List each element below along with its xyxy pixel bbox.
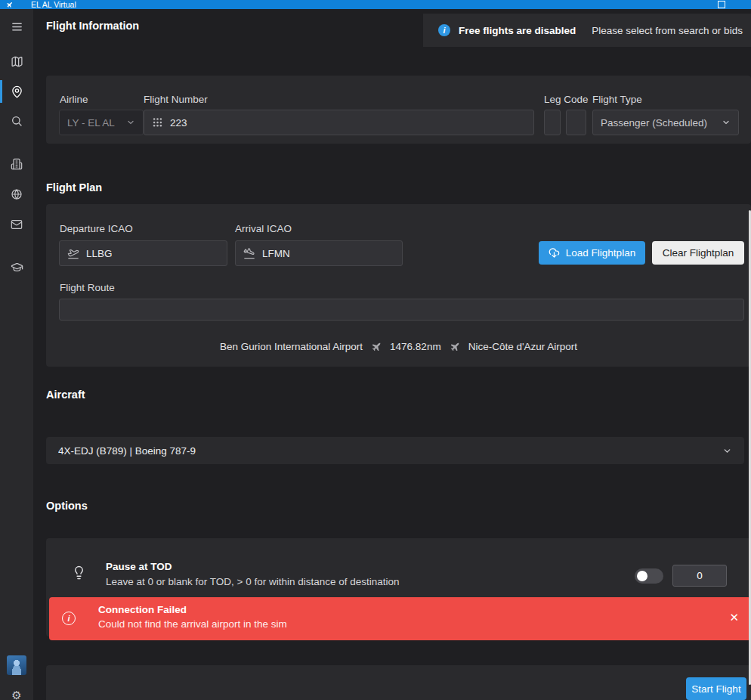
banner-title: Free flights are disabled (459, 25, 576, 36)
pause-tod-toggle[interactable] (635, 568, 663, 584)
flight-type-label: Flight Type (592, 94, 642, 105)
chevron-down-icon (126, 118, 135, 127)
menu-icon[interactable] (0, 17, 33, 36)
flight-information-heading: Flight Information (46, 20, 139, 32)
lightbulb-icon (72, 565, 86, 580)
leg-code-input-1[interactable] (544, 110, 561, 135)
departure-airport-name: Ben Gurion International Airport (220, 341, 363, 352)
clear-flightplan-label: Clear Flightplan (663, 247, 734, 259)
aircraft-value: 4X-EDJ (B789) | Boeing 787-9 (58, 445, 196, 457)
flight-information-card: Airline LY - EL AL Flight Number 223 Leg… (46, 76, 751, 144)
arrival-icao-label: Arrival ICAO (235, 223, 292, 234)
clear-flightplan-button[interactable]: Clear Flightplan (652, 241, 744, 265)
cloud-download-icon (549, 247, 560, 259)
flight-route-label: Flight Route (60, 282, 115, 293)
leg-code-input-2[interactable] (566, 110, 586, 135)
route-summary: Ben Gurion International Airport 1476.82… (46, 341, 751, 352)
flight-type-value: Passenger (Scheduled) (601, 117, 707, 129)
route-distance: 1476.82nm (390, 341, 441, 352)
airline-select[interactable]: LY - EL AL (59, 110, 144, 135)
pause-tod-description: Leave at 0 or blank for TOD, > 0 for wit… (106, 576, 400, 587)
pause-tod-value-input[interactable]: 0 (672, 565, 727, 587)
footer-card: Start Flight (46, 665, 751, 700)
location-pin-icon[interactable] (0, 82, 33, 101)
plane-landing-icon (243, 247, 255, 259)
airline-label: Airline (60, 94, 88, 105)
arrival-airport-name: Nice-Côte d'Azur Airport (468, 341, 577, 352)
error-toast: i Connection Failed Could not find the a… (49, 597, 751, 640)
graduation-cap-icon[interactable] (0, 257, 33, 277)
start-flight-label: Start Flight (691, 683, 740, 695)
chevron-down-icon (722, 118, 731, 127)
search-icon[interactable] (0, 111, 33, 131)
flight-number-value: 223 (170, 117, 187, 129)
titlebar: EL AL Virtual (0, 0, 751, 9)
toast-message: Could not find the arrival airport in th… (98, 618, 287, 630)
building-icon[interactable] (0, 154, 33, 174)
flight-number-input[interactable]: 223 (144, 110, 534, 135)
arrival-icao-input[interactable]: LFMN (235, 240, 403, 266)
alert-info-icon: i (62, 612, 76, 625)
chevron-down-icon (722, 446, 732, 456)
departure-icao-input[interactable]: LLBG (59, 240, 227, 266)
globe-icon[interactable] (0, 184, 33, 204)
toggle-knob (637, 571, 647, 581)
plane-icon (371, 342, 382, 352)
gear-glyph: ⚙ (11, 689, 21, 700)
departure-icao-value: LLBG (86, 248, 113, 259)
flight-route-input[interactable] (59, 299, 744, 321)
dialpad-icon (152, 117, 163, 129)
flight-plan-card: Departure ICAO LLBG Arrival ICAO LFMN Lo… (46, 204, 751, 367)
free-flights-banner: i Free flights are disabled Please selec… (423, 14, 751, 47)
flight-type-select[interactable]: Passenger (Scheduled) (592, 110, 739, 135)
app-icon (6, 2, 13, 8)
flight-number-label: Flight Number (144, 94, 208, 105)
departure-icao-label: Departure ICAO (60, 223, 133, 234)
leg-code-label: Leg Code (544, 94, 589, 105)
banner-subtitle: Please select from search or bids (592, 25, 743, 36)
restore-window-icon[interactable] (718, 1, 725, 8)
start-flight-button[interactable]: Start Flight (686, 677, 746, 700)
toast-title: Connection Failed (98, 604, 187, 615)
load-flightplan-button[interactable]: Load Flightplan (539, 241, 645, 265)
options-heading: Options (46, 500, 88, 512)
plane-icon (450, 342, 460, 352)
flight-plan-heading: Flight Plan (46, 181, 102, 194)
sidebar: ⚙ (0, 9, 33, 700)
avatar-image (7, 655, 26, 675)
airline-value: LY - EL AL (67, 117, 115, 129)
plane-takeoff-icon (67, 247, 79, 259)
close-icon[interactable]: ✕ (729, 610, 739, 625)
user-avatar[interactable] (0, 655, 33, 676)
pause-tod-title: Pause at TOD (106, 561, 172, 572)
window-title: EL AL Virtual (31, 0, 76, 9)
info-icon: i (438, 24, 450, 36)
aircraft-select[interactable]: 4X-EDJ (B789) | Boeing 787-9 (46, 437, 744, 464)
load-flightplan-label: Load Flightplan (566, 247, 635, 259)
settings-gear-icon[interactable]: ⚙ (0, 685, 33, 700)
map-icon[interactable] (0, 51, 33, 71)
arrival-icao-value: LFMN (262, 248, 290, 259)
mail-icon[interactable] (0, 215, 33, 234)
aircraft-heading: Aircraft (46, 389, 85, 401)
